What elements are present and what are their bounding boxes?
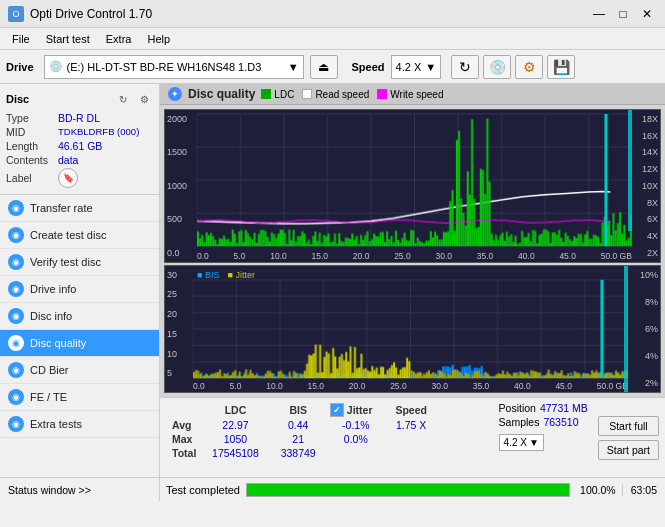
stats-max-row: Max 1050 21 0.0% xyxy=(168,432,487,446)
nav-cd-bier[interactable]: ◉ CD Bier xyxy=(0,357,159,384)
mid-label: MID xyxy=(6,126,58,138)
nav-drive-info[interactable]: ◉ Drive info xyxy=(0,276,159,303)
writespeed-color-swatch xyxy=(377,89,387,99)
sidebar: Disc ↻ ⚙ Type BD-R DL MID TDKBLDRFB (000… xyxy=(0,84,160,477)
window-controls: — □ ✕ xyxy=(589,4,657,24)
disc-info-nav-icon: ◉ xyxy=(8,308,24,324)
col-ldc: LDC xyxy=(200,402,270,418)
bis-chart: 30252015105 10%8%6%4%2% ■ BIS ■ Jitter 0… xyxy=(164,265,661,393)
drive-bar: Drive 💿 (E:) HL-DT-ST BD-RE WH16NS48 1.D… xyxy=(0,50,665,84)
drive-label: Drive xyxy=(6,61,34,73)
maximize-button[interactable]: □ xyxy=(613,4,633,24)
nav-disc-info[interactable]: ◉ Disc info xyxy=(0,303,159,330)
max-jitter: 0.0% xyxy=(326,432,386,446)
avg-ldc: 22.97 xyxy=(200,418,270,432)
label-label: Label xyxy=(6,172,58,184)
avg-jitter: -0.1% xyxy=(326,418,386,432)
chart2-cyan-marker xyxy=(624,266,628,392)
chart2-x-labels: 0.05.010.015.020.025.030.035.040.045.050… xyxy=(193,380,628,392)
main-content: Disc ↻ ⚙ Type BD-R DL MID TDKBLDRFB (000… xyxy=(0,84,665,477)
title-bar: O Opti Drive Control 1.70 — □ ✕ xyxy=(0,0,665,28)
disc-refresh-icon[interactable]: ↻ xyxy=(114,90,132,108)
col-bis: BIS xyxy=(271,402,326,418)
total-bis: 338749 xyxy=(271,446,326,460)
label-icon[interactable]: 🔖 xyxy=(58,168,78,188)
menu-file[interactable]: File xyxy=(4,31,38,47)
progress-bar xyxy=(246,483,570,497)
stats-bar: LDC BIS ✓ Jitter Speed xyxy=(160,397,665,477)
progress-section: Test completed 100.0% xyxy=(160,483,622,497)
max-ldc: 1050 xyxy=(200,432,270,446)
disc-icon[interactable]: 💿 xyxy=(483,55,511,79)
nav-extra-tests[interactable]: ◉ Extra tests xyxy=(0,411,159,438)
nav-disc-quality[interactable]: ◉ Disc quality xyxy=(0,330,159,357)
chart2-legend: ■ BIS ■ Jitter xyxy=(197,270,255,280)
stats-total-row: Total 17545108 338749 xyxy=(168,446,487,460)
menu-bar: File Start test Extra Help xyxy=(0,28,665,50)
avg-bis: 0.44 xyxy=(271,418,326,432)
position-value: 47731 MB xyxy=(540,402,588,414)
stats-avg-row: Avg 22.97 0.44 -0.1% 1.75 X xyxy=(168,418,487,432)
status-bar: Status window >> Test completed 100.0% 6… xyxy=(0,477,665,501)
drive-select-arrow-icon: ▼ xyxy=(288,61,299,73)
legend-ldc: LDC xyxy=(261,89,294,100)
avg-speed: 1.75 X xyxy=(386,418,437,432)
extra-tests-icon: ◉ xyxy=(8,416,24,432)
eject-button[interactable]: ⏏ xyxy=(310,55,338,79)
time-display: 63:05 xyxy=(622,484,665,496)
nav-fe-te[interactable]: ◉ FE / TE xyxy=(0,384,159,411)
contents-value: data xyxy=(58,154,78,166)
verify-icon: ◉ xyxy=(8,254,24,270)
drive-selector[interactable]: 💿 (E:) HL-DT-ST BD-RE WH16NS48 1.D3 ▼ xyxy=(44,55,304,79)
transfer-rate-icon: ◉ xyxy=(8,200,24,216)
save-icon[interactable]: 💾 xyxy=(547,55,575,79)
close-button[interactable]: ✕ xyxy=(637,4,657,24)
nav-create-test-disc[interactable]: ◉ Create test disc xyxy=(0,222,159,249)
chart1-y-right-labels: 18X16X14X12X10X8X6X4X2X xyxy=(632,110,660,262)
chart-header-icon: ✦ xyxy=(168,87,182,101)
cd-bier-icon: ◉ xyxy=(8,362,24,378)
speed-selector[interactable]: 4.2 X ▼ xyxy=(391,55,442,79)
jitter-checkbox-row: ✓ Jitter xyxy=(330,403,382,417)
chart-title: Disc quality xyxy=(188,87,255,101)
samples-value: 763510 xyxy=(543,416,578,428)
nav-verify-test-disc[interactable]: ◉ Verify test disc xyxy=(0,249,159,276)
disc-info-icon[interactable]: ⚙ xyxy=(135,90,153,108)
type-label: Type xyxy=(6,112,58,124)
disc-quality-icon: ◉ xyxy=(8,335,24,351)
readspeed-color-swatch xyxy=(302,89,312,99)
legend-writespeed: Write speed xyxy=(377,89,443,100)
disc-info-panel: Disc ↻ ⚙ Type BD-R DL MID TDKBLDRFB (000… xyxy=(0,84,159,195)
col-speed: Speed xyxy=(386,402,437,418)
legend-readspeed: Read speed xyxy=(302,89,369,100)
samples-label: Samples xyxy=(499,416,540,428)
create-test-icon: ◉ xyxy=(8,227,24,243)
menu-start-test[interactable]: Start test xyxy=(38,31,98,47)
chart-header: ✦ Disc quality LDC Read speed Write spee… xyxy=(160,84,665,105)
menu-extra[interactable]: Extra xyxy=(98,31,140,47)
jitter-checkbox[interactable]: ✓ xyxy=(330,403,344,417)
progress-bar-fill xyxy=(247,484,569,496)
drive-info-icon: ◉ xyxy=(8,281,24,297)
progress-percentage: 100.0% xyxy=(576,484,616,496)
app-title: Opti Drive Control 1.70 xyxy=(30,7,152,21)
minimize-button[interactable]: — xyxy=(589,4,609,24)
position-label: Position xyxy=(499,402,536,414)
start-part-button[interactable]: Start part xyxy=(598,440,659,460)
speed-dropdown[interactable]: 4.2 X ▼ xyxy=(499,434,544,451)
menu-help[interactable]: Help xyxy=(139,31,178,47)
rotate-icon[interactable]: ↻ xyxy=(451,55,479,79)
length-label: Length xyxy=(6,140,58,152)
mid-value: TDKBLDRFB (000) xyxy=(58,126,139,138)
max-bis: 21 xyxy=(271,432,326,446)
speed-label: Speed xyxy=(352,61,385,73)
status-window-button[interactable]: Status window >> xyxy=(0,478,160,501)
total-ldc: 17545108 xyxy=(200,446,270,460)
chart1-y-labels: 2000150010005000.0 xyxy=(165,110,197,262)
settings-icon[interactable]: ⚙ xyxy=(515,55,543,79)
chart1-x-labels: 0.05.010.015.020.025.030.035.040.045.050… xyxy=(197,250,632,262)
ldc-chart: 2000150010005000.0 18X16X14X12X10X8X6X4X… xyxy=(164,109,661,263)
ldc-color-swatch xyxy=(261,89,271,99)
nav-transfer-rate[interactable]: ◉ Transfer rate xyxy=(0,195,159,222)
start-full-button[interactable]: Start full xyxy=(598,416,659,436)
